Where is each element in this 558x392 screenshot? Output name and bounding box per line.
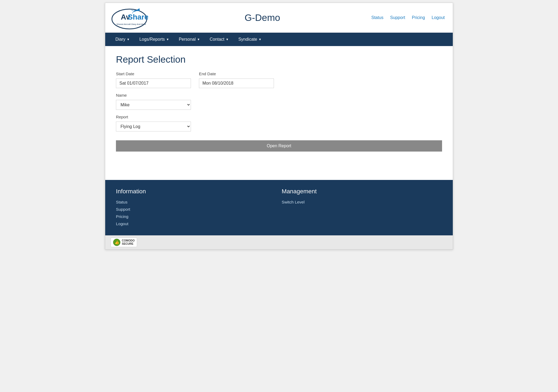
comodo-shield-icon: 👍 — [113, 239, 120, 246]
bottom-bar: 👍 COMODO SECURE — [105, 235, 453, 249]
top-nav-pricing[interactable]: Pricing — [412, 15, 425, 20]
start-date-label: Start Date — [116, 71, 191, 76]
open-report-button[interactable]: Open Report — [116, 140, 442, 152]
nav-logs-reports-label: Logs/Reports — [139, 37, 165, 42]
nav-syndicate[interactable]: Syndicate ▼ — [233, 33, 266, 46]
nav-personal[interactable]: Personal ▼ — [174, 33, 205, 46]
top-nav-status[interactable]: Status — [371, 15, 383, 20]
name-row: Name Mike — [116, 93, 442, 110]
top-header: Av Shared Shared Aircraft Diary And More… — [105, 3, 453, 33]
nav-contact[interactable]: Contact ▼ — [205, 33, 233, 46]
end-date-input[interactable] — [199, 78, 274, 88]
date-row: Start Date End Date — [116, 71, 442, 88]
nav-contact-label: Contact — [210, 37, 224, 42]
logo: Av Shared Shared Aircraft Diary And More — [111, 6, 148, 30]
page-title: Report Selection — [116, 54, 442, 65]
footer-information-col: Information Status Support Pricing Logou… — [116, 188, 276, 229]
comodo-text: COMODO SECURE — [122, 239, 135, 246]
content-area: Report Selection Start Date End Date Nam… — [105, 46, 453, 180]
svg-text:Shared Aircraft Diary And More: Shared Aircraft Diary And More — [116, 23, 146, 25]
chevron-down-icon: ▼ — [197, 38, 200, 41]
chevron-down-icon: ▼ — [226, 38, 229, 41]
footer-management-heading: Management — [282, 188, 442, 195]
top-nav-logout[interactable]: Logout — [432, 15, 445, 20]
chevron-down-icon: ▼ — [258, 38, 261, 41]
footer-link-logout[interactable]: Logout — [116, 221, 276, 226]
report-row: Report Flying Log — [116, 115, 442, 131]
footer-link-switch-level[interactable]: Switch Level — [282, 200, 442, 204]
footer: Information Status Support Pricing Logou… — [105, 180, 453, 235]
end-date-group: End Date — [199, 71, 274, 88]
name-group: Name Mike — [116, 93, 191, 110]
footer-link-support[interactable]: Support — [116, 207, 276, 212]
name-select[interactable]: Mike — [116, 100, 191, 110]
nav-diary[interactable]: Diary ▼ — [111, 33, 134, 46]
nav-diary-label: Diary — [115, 37, 125, 42]
svg-rect-4 — [133, 10, 137, 12]
top-nav: Status Support Pricing Logout — [371, 15, 445, 20]
top-nav-support[interactable]: Support — [390, 15, 405, 20]
nav-logs-reports[interactable]: Logs/Reports ▼ — [134, 33, 174, 46]
report-form: Start Date End Date Name Mike — [116, 71, 442, 152]
report-label: Report — [116, 115, 191, 119]
footer-link-pricing[interactable]: Pricing — [116, 214, 276, 219]
report-select[interactable]: Flying Log — [116, 122, 191, 131]
nav-syndicate-label: Syndicate — [238, 37, 257, 42]
name-label: Name — [116, 93, 191, 97]
report-group: Report Flying Log — [116, 115, 191, 131]
footer-information-heading: Information — [116, 188, 276, 195]
footer-management-col: Management Switch Level — [282, 188, 442, 229]
end-date-label: End Date — [199, 71, 274, 76]
nav-personal-label: Personal — [179, 37, 196, 42]
main-nav: Diary ▼ Logs/Reports ▼ Personal ▼ Contac… — [105, 33, 453, 46]
footer-link-status[interactable]: Status — [116, 200, 276, 204]
site-title: G-Demo — [148, 12, 371, 23]
start-date-input[interactable] — [116, 78, 191, 88]
chevron-down-icon: ▼ — [166, 38, 169, 41]
comodo-badge: 👍 COMODO SECURE — [111, 238, 137, 247]
logo-area: Av Shared Shared Aircraft Diary And More — [111, 6, 148, 30]
comodo-line1: COMODO — [122, 239, 135, 242]
start-date-group: Start Date — [116, 71, 191, 88]
svg-text:👍: 👍 — [115, 240, 119, 245]
svg-text:Shared: Shared — [128, 13, 148, 21]
chevron-down-icon: ▼ — [127, 38, 130, 41]
footer-grid: Information Status Support Pricing Logou… — [116, 188, 442, 229]
comodo-line2: SECURE — [122, 242, 135, 246]
